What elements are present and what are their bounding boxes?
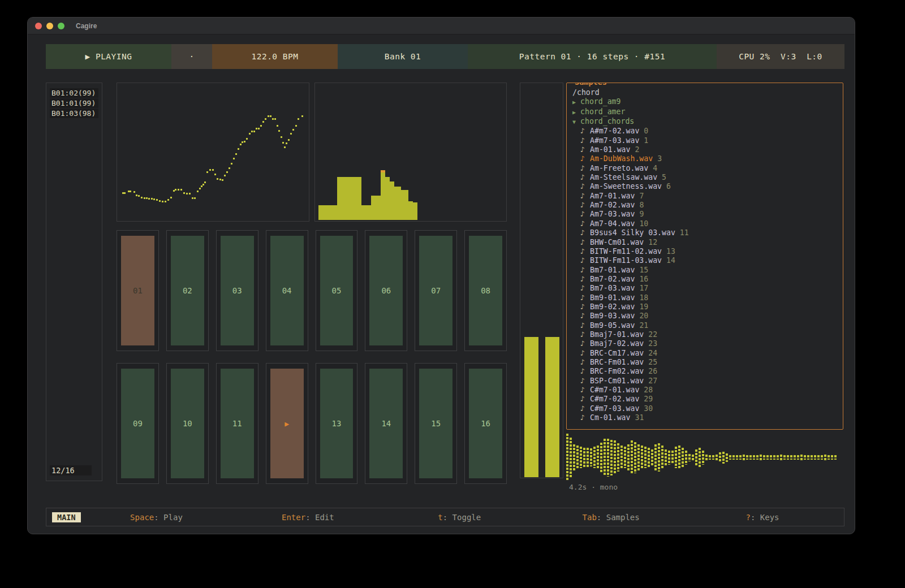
sample-file-index: 5: [662, 173, 666, 181]
status-segment-bpm[interactable]: 122.0 BPM: [212, 44, 338, 69]
sample-file-row[interactable]: ♪Bm9-02.wav19: [572, 302, 837, 312]
sample-file-row[interactable]: ♪Cm-01.wav31: [572, 413, 837, 422]
folder-row[interactable]: ▶chord_am9: [572, 97, 837, 107]
minimize-button[interactable]: [46, 23, 53, 29]
sample-file-index: 20: [639, 312, 648, 320]
pad-05[interactable]: 05: [316, 230, 358, 351]
sample-file-row[interactable]: ♪Am-Sweetness.wav6: [572, 182, 837, 191]
sample-file-row[interactable]: ♪Am7-01.wav7: [572, 192, 837, 201]
pad-14[interactable]: 14: [365, 363, 407, 484]
sample-file-row[interactable]: ♪Bm9-01.wav18: [572, 293, 837, 302]
pad-15[interactable]: 15: [415, 363, 457, 484]
sample-file-row[interactable]: ♪Bmaj7-02.wav23: [572, 339, 837, 348]
sample-file-name: BHW-Cm01.wav: [590, 238, 644, 247]
key-hint-toggle: t: Toggle: [383, 513, 535, 522]
pad-11[interactable]: 11: [216, 363, 258, 484]
sample-file-row[interactable]: ♪Bm9-03.wav20: [572, 312, 837, 321]
histogram-chart: [314, 83, 507, 222]
sample-file-index: 30: [644, 404, 653, 413]
pad-label: 09: [121, 369, 154, 478]
pad-04[interactable]: 04: [266, 230, 308, 351]
sample-file-row[interactable]: ♪C#m7-03.wav30: [572, 404, 837, 413]
sample-file-row[interactable]: ♪Am7-04.wav10: [572, 219, 837, 228]
sample-file-index: 4: [653, 164, 657, 172]
sample-file-row[interactable]: ♪A#m7-03.wav1: [572, 136, 837, 145]
sample-file-row[interactable]: ♪Am-Steelsaw.wav5: [572, 173, 837, 182]
pad-01[interactable]: 01: [117, 230, 159, 351]
pad-label: 05: [320, 236, 354, 345]
pad-13[interactable]: 13: [316, 363, 358, 484]
note-icon: ♪: [580, 266, 590, 275]
sample-file-row[interactable]: ♪BITW-Fm11-02.wav13: [572, 247, 837, 256]
sample-file-row[interactable]: ♪Am7-03.wav9: [572, 210, 837, 219]
note-icon: ♪: [580, 293, 590, 302]
pad-label: 01: [121, 236, 154, 345]
pad-12[interactable]: ▶: [266, 363, 308, 484]
zoom-button[interactable]: [58, 23, 64, 29]
sample-file-index: 1: [644, 136, 648, 145]
sample-file-name: C#m7-02.wav: [590, 395, 639, 403]
note-icon: ♪: [580, 404, 590, 413]
sample-file-row[interactable]: ♪B9sus4 Silky 03.wav11: [572, 228, 837, 237]
status-segment-bank[interactable]: Bank 01: [338, 44, 468, 69]
traffic-lights: [35, 23, 64, 29]
sample-file-name: BRC-Fm01.wav: [590, 358, 644, 366]
samples-browser-panel[interactable]: Samples /chord▶chord_am9▶chord_amer▼chor…: [566, 83, 843, 430]
note-icon: ♪: [580, 413, 590, 422]
sample-file-name: Bm7-03.wav: [590, 284, 635, 292]
pad-16[interactable]: 16: [464, 363, 507, 484]
sample-file-row[interactable]: ♪BRC-Fm02.wav26: [572, 367, 837, 376]
sample-file-row[interactable]: ♪Am-Freeto.wav4: [572, 164, 837, 173]
sample-file-row[interactable]: ♪Am-DubWash.wav3: [572, 154, 837, 163]
pad-06[interactable]: 06: [365, 230, 407, 351]
sample-file-row[interactable]: ♪BSP-Cm01.wav27: [572, 377, 837, 386]
sample-info: 4.2s · mono: [566, 483, 843, 491]
pad-label: 15: [419, 369, 453, 478]
samples-path: /chord: [572, 88, 837, 97]
note-icon: ♪: [580, 127, 590, 136]
status-segment-pattern[interactable]: Pattern 01 · 16 steps · #151: [468, 44, 717, 69]
sample-file-row[interactable]: ♪Bmaj7-01.wav22: [572, 330, 837, 339]
pad-07[interactable]: 07: [415, 230, 457, 351]
pad-03[interactable]: 03: [216, 230, 258, 351]
sample-file-row[interactable]: ♪A#m7-02.wav0: [572, 127, 837, 136]
sample-file-index: 17: [639, 284, 648, 292]
sample-file-name: Am7-04.wav: [590, 219, 635, 228]
sample-file-row[interactable]: ♪BITW-Fm11-03.wav14: [572, 256, 837, 265]
sample-file-name: BRC-Fm02.wav: [590, 367, 644, 375]
pad-08[interactable]: 08: [464, 230, 507, 351]
sample-file-row[interactable]: ♪Am7-02.wav8: [572, 201, 837, 210]
note-icon: ♪: [580, 145, 590, 154]
close-button[interactable]: [35, 23, 42, 29]
sample-file-index: 10: [639, 219, 648, 228]
pad-09[interactable]: 09: [117, 363, 159, 484]
sample-file-index: 23: [648, 339, 657, 348]
sample-file-row[interactable]: ♪Bm9-05.wav21: [572, 321, 837, 330]
sample-file-name: Bm7-02.wav: [590, 275, 635, 283]
pad-10[interactable]: 10: [166, 363, 209, 484]
sample-file-name: Bm9-01.wav: [590, 293, 635, 302]
note-icon: ♪: [580, 173, 590, 182]
sample-file-name: Bm9-02.wav: [590, 302, 635, 311]
sample-file-row[interactable]: ♪C#m7-01.wav28: [572, 386, 837, 395]
note-icon: ♪: [580, 377, 590, 386]
sample-file-row[interactable]: ♪Bm7-03.wav17: [572, 284, 837, 293]
sample-file-row[interactable]: ♪Bm7-02.wav16: [572, 275, 837, 284]
sample-file-row[interactable]: ♪Bm7-01.wav15: [572, 266, 837, 275]
sample-file-row[interactable]: ♪Am-01.wav2: [572, 145, 837, 154]
folder-row[interactable]: ▶chord_amer: [572, 107, 837, 117]
sample-file-index: 19: [639, 302, 648, 311]
sample-file-row[interactable]: ♪BRC-Fm01.wav25: [572, 358, 837, 367]
status-segment-transport[interactable]: ▶ PLAYING: [46, 44, 171, 69]
sample-file-name: Bmaj7-01.wav: [590, 330, 644, 339]
sample-file-row[interactable]: ♪BRC-Cm17.wav24: [572, 349, 837, 358]
pad-label: 16: [469, 369, 502, 478]
sample-file-row[interactable]: ♪BHW-Cm01.wav12: [572, 238, 837, 247]
sample-file-row[interactable]: ♪C#m7-02.wav29: [572, 395, 837, 404]
note-icon: ♪: [580, 339, 590, 348]
folder-row[interactable]: ▼chord_chords: [572, 117, 837, 127]
pad-label: 07: [419, 236, 453, 345]
sample-file-name: Am-Freeto.wav: [590, 164, 648, 172]
pad-02[interactable]: 02: [166, 230, 209, 351]
pitch-curve-chart: [117, 83, 309, 222]
